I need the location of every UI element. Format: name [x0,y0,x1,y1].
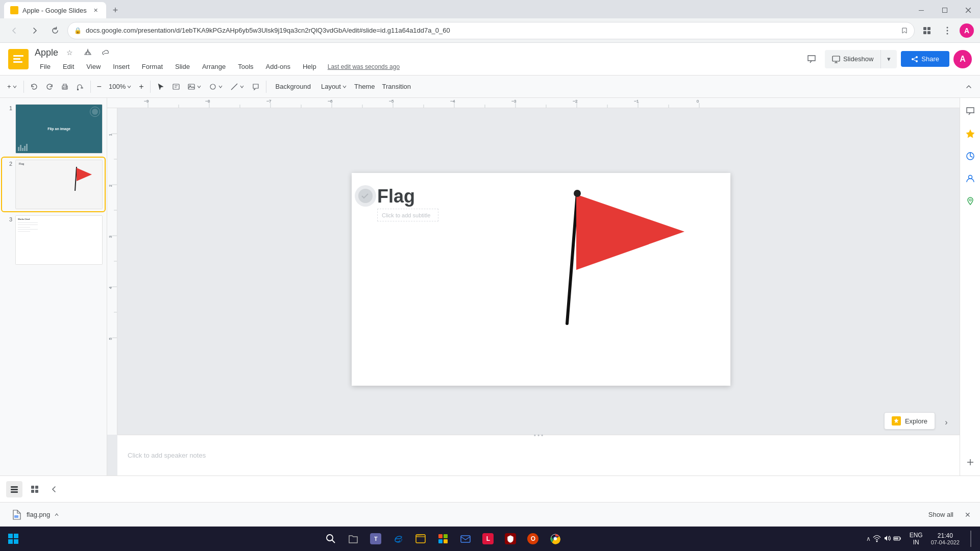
minimize-button[interactable] [910,2,933,18]
last-edit-text[interactable]: Last edit was seconds ago [328,63,400,70]
time-display[interactable]: 21:40 07-04-2022 [927,532,964,545]
zoom-in-button[interactable]: + [136,79,146,95]
slide-1-title-text: Flip an image [47,127,70,131]
slide-subtitle-area[interactable]: Click to add subtitle [377,209,438,221]
flag-canvas-element[interactable] [531,188,690,328]
background-button[interactable]: Background [270,79,317,95]
move-to-drive-button[interactable] [81,45,95,60]
slide-title-text[interactable]: Flag [377,187,438,206]
grid-view-button[interactable] [27,481,43,497]
menu-help[interactable]: Help [298,61,322,72]
list-view-button[interactable] [6,481,22,497]
sidebar-map-icon[interactable] [961,192,979,210]
speaker-notes-area[interactable]: • • • Click to add speaker notes [117,435,960,475]
paint-format-button[interactable] [73,79,87,95]
refresh-button[interactable] [47,22,63,39]
taskbar-explorer[interactable] [410,529,431,549]
main-content: 1 [0,98,980,475]
collapse-toolbar-button[interactable] [962,79,976,95]
back-button[interactable] [6,22,22,39]
taskbar-mail[interactable] [455,529,476,549]
transition-button[interactable]: Transition [379,79,414,95]
slide-title-area[interactable]: Flag Click to add subtitle [377,187,438,221]
browser-tab-active[interactable]: Apple - Google Slides ✕ [4,2,106,18]
print-button[interactable] [58,79,72,95]
taskbar-edge[interactable] [388,529,408,549]
undo-button[interactable] [27,79,41,95]
menu-slide[interactable]: Slide [170,61,195,72]
redo-button[interactable] [42,79,57,95]
system-clock[interactable]: ENGIN [905,532,927,546]
zoom-out-button[interactable]: − [94,79,105,95]
line-button[interactable] [227,79,248,95]
layout-button[interactable]: Layout [318,79,350,95]
comment-button[interactable] [802,50,821,68]
share-button[interactable]: Share [901,51,949,67]
show-all-button[interactable]: Show all [924,509,958,520]
menu-format[interactable]: Format [137,61,168,72]
menu-file[interactable]: File [35,61,56,72]
chrome-profile-avatar[interactable]: A [960,23,974,38]
slide-thumb-1[interactable]: 1 [2,102,105,156]
taskbar-teams[interactable]: T [365,529,386,549]
taskbar-office[interactable]: O [523,529,543,549]
present-dropdown-button[interactable]: ▾ [880,50,897,68]
forward-button[interactable] [27,22,43,39]
file-item[interactable]: flag.png [6,507,63,523]
volume-icon[interactable] [883,534,891,544]
theme-button[interactable]: Theme [351,79,378,95]
collapse-panel-button[interactable] [47,482,61,496]
new-tab-button[interactable]: + [108,3,122,17]
sidebar-star-icon[interactable] [961,124,979,143]
file-bar-close-button[interactable]: ✕ [962,509,974,521]
taskbar-search[interactable] [321,529,341,549]
slide-thumb-2[interactable]: 2 Flag [2,158,105,211]
taskbar-chrome[interactable] [545,529,566,549]
expand-panel-button[interactable]: › [939,415,953,430]
battery-icon[interactable] [893,534,901,544]
svg-rect-13 [13,61,22,63]
maximize-button[interactable] [933,2,957,18]
taskbar-store[interactable] [433,529,453,549]
user-avatar[interactable]: A [953,50,972,68]
insert-button[interactable]: + [4,79,20,95]
sidebar-chat-icon[interactable] [961,102,979,120]
sidebar-expand-icon[interactable] [961,453,979,471]
menu-view[interactable]: View [81,61,106,72]
sys-tray-expand[interactable]: ∧ [866,535,871,542]
select-tool-button[interactable] [154,79,168,95]
notes-drag-handle[interactable]: • • • [534,432,544,439]
menu-arrange[interactable]: Arrange [197,61,231,72]
text-box-button[interactable] [169,79,183,95]
extensions-button[interactable] [919,22,935,39]
file-chevron-up-icon[interactable] [54,512,59,517]
menu-addons[interactable]: Add-ons [261,61,296,72]
more-button[interactable] [939,22,955,39]
tab-close-btn[interactable]: ✕ [91,6,100,15]
present-button[interactable]: Slideshow [825,51,880,67]
menu-insert[interactable]: Insert [108,61,135,72]
slide-thumb-3[interactable]: 3 Works Cited ————————————— ————————————… [2,213,105,267]
menu-tools[interactable]: Tools [233,61,258,72]
close-button[interactable] [957,2,980,18]
zoom-level-display[interactable]: 100% [106,79,135,95]
star-button[interactable]: ☆ [62,45,77,60]
sidebar-people-icon[interactable] [961,169,979,188]
image-button[interactable] [184,79,205,95]
canvas-scroll[interactable]: Flag Click to add subtitle [107,108,960,435]
show-desktop-button[interactable] [964,528,978,550]
bookmark-icon[interactable] [901,27,908,34]
taskbar-security[interactable] [500,529,521,549]
network-icon[interactable] [873,534,881,544]
shape-button[interactable] [206,79,226,95]
explore-button[interactable]: Explore [884,412,935,430]
comment-toolbar-button[interactable] [249,79,263,95]
cloud-save-button[interactable] [99,45,113,60]
sidebar-calendar-icon[interactable] [961,147,979,165]
address-bar[interactable]: 🔒 docs.google.com/presentation/d/1ebTKA9… [67,22,915,39]
menu-edit[interactable]: Edit [58,61,79,72]
start-button[interactable] [2,528,24,550]
taskbar-files[interactable] [343,529,363,549]
taskbar-lens[interactable]: L [478,529,498,549]
slide-subtitle-text: Click to add subtitle [382,212,430,218]
